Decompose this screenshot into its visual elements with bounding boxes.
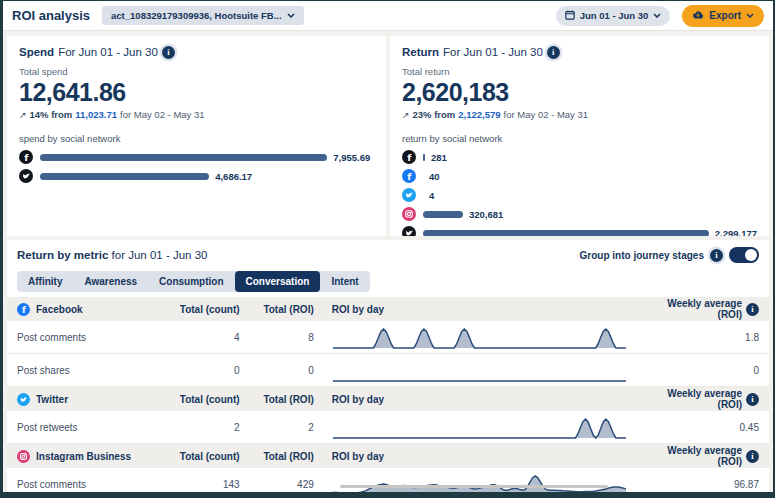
horizontal-scrollbar[interactable] — [340, 485, 608, 488]
spend-trend-period: for May 02 - May 31 — [120, 109, 204, 121]
return-period: For Jun 01 - Jun 30 — [443, 45, 543, 59]
bar-track: 40 — [423, 171, 757, 182]
bar-track: 4,686.17 — [40, 171, 374, 182]
metric-name-cell: Post comments — [17, 332, 173, 343]
metric-name: Post shares — [17, 365, 70, 376]
info-icon[interactable] — [746, 450, 759, 463]
spend-previous-value-link[interactable]: 11,023.71 — [75, 109, 117, 121]
facebook-dark-icon: f — [402, 150, 416, 164]
group-name-instagram: Instagram Business — [36, 451, 131, 462]
metric-count: 4 — [173, 332, 240, 343]
spend-breakdown-label: spend by social network — [19, 133, 374, 144]
spend-bar-twitter — [40, 173, 209, 180]
export-button-label: Export — [709, 10, 741, 21]
total-spend-label: Total spend — [19, 66, 374, 77]
bar-track: 2,299,177 — [423, 228, 757, 237]
column-header-total-roi: Total (ROI) — [240, 451, 314, 462]
return-panel-header: Return For Jun 01 - Jun 30 — [402, 45, 757, 59]
date-range-picker[interactable]: Jun 01 - Jun 30 — [556, 6, 671, 26]
export-button[interactable]: Export — [682, 5, 764, 27]
trend-up-icon — [19, 109, 27, 121]
info-icon[interactable] — [547, 46, 560, 59]
metric-roi: 2 — [240, 422, 314, 433]
metric-roi: 0 — [240, 365, 314, 376]
twitter-icon — [19, 169, 33, 183]
tab-consumption[interactable]: Consumption — [148, 271, 234, 292]
return-bar-row: f 40 — [402, 170, 757, 182]
date-range-label: Jun 01 - Jun 30 — [580, 10, 649, 21]
column-header-total-roi: Total (ROI) — [240, 394, 314, 405]
instagram-icon — [17, 450, 30, 463]
metric-name: Post retweets — [17, 422, 78, 433]
metric-name-cell: Post comments — [17, 479, 173, 490]
return-by-metric-period: for Jun 01 - Jun 30 — [112, 249, 208, 261]
account-selector[interactable]: act_108329179309936, Hootsuite FB... — [102, 6, 304, 25]
group-name-facebook: Facebook — [36, 304, 83, 315]
group-header-facebook: f Facebook Total (count) Total (ROI) ROI… — [7, 297, 769, 321]
return-trend-period: for May 02 - May 31 — [504, 109, 588, 121]
roi-by-day-sparkline — [332, 357, 627, 383]
summary-cards: Spend For Jun 01 - Jun 30 Total spend 12… — [7, 36, 769, 236]
column-header-roi-by-day: ROI by day — [314, 394, 641, 405]
spend-bar-facebook-value: 7,955.69 — [333, 152, 370, 163]
tab-affinity[interactable]: Affinity — [17, 271, 73, 292]
spend-panel-header: Spend For Jun 01 - Jun 30 — [19, 45, 374, 59]
roi-by-day-sparkline — [332, 414, 627, 440]
facebook-icon: f — [17, 303, 30, 316]
metric-name-cell: Post shares — [17, 365, 173, 376]
metric-day-cell — [314, 414, 641, 440]
info-icon[interactable] — [746, 393, 759, 406]
return-breakdown-label: return by social network — [402, 133, 757, 144]
twitter-icon — [17, 393, 30, 406]
journey-stages-label: Group into journey stages — [580, 250, 704, 261]
facebook-icon: f — [19, 150, 33, 164]
tab-conversation[interactable]: Conversation — [235, 271, 321, 292]
return-title: Return — [402, 45, 439, 59]
return-previous-value-link[interactable]: 2,122,579 — [458, 109, 500, 121]
column-header-total-count: Total (count) — [173, 304, 240, 315]
info-icon[interactable] — [710, 249, 723, 262]
metric-weekly-average: 1.8 — [640, 332, 759, 343]
tab-awareness[interactable]: Awareness — [73, 271, 148, 292]
info-icon[interactable] — [162, 46, 175, 59]
chevron-down-icon — [746, 13, 754, 18]
metric-roi: 8 — [240, 332, 314, 343]
twitter-icon — [402, 188, 416, 202]
metric-day-cell — [314, 357, 641, 383]
metric-table: f Facebook Total (count) Total (ROI) ROI… — [7, 297, 769, 492]
column-header-weekly-average: Weekly average (ROI) — [640, 298, 759, 320]
return-by-metric-title-bold: Return by metric — [17, 249, 108, 261]
column-header-roi-by-day: ROI by day — [314, 304, 641, 315]
return-bar-row: 320,681 — [402, 208, 757, 220]
column-header-weekly-average: Weekly average (ROI) — [640, 388, 759, 410]
metric-weekly-average: 0.45 — [640, 422, 759, 433]
cloud-download-icon — [692, 10, 704, 22]
return-bar-row: 2,299,177 — [402, 227, 757, 236]
return-by-metric-panel: Return by metric for Jun 01 - Jun 30 Gro… — [7, 240, 769, 492]
bar-track: 281 — [423, 152, 757, 163]
page-title: ROI analysis — [12, 8, 90, 23]
tab-intent[interactable]: Intent — [320, 271, 369, 292]
weekly-average-label: Weekly average (ROI) — [640, 298, 742, 320]
total-return-label: Total return — [402, 66, 757, 77]
weekly-average-label: Weekly average (ROI) — [640, 388, 742, 410]
return-bar-instagram — [423, 211, 463, 218]
metric-row-post-comments-instagram: Post comments 143 429 96.87 — [7, 468, 769, 492]
calendar-icon — [565, 10, 575, 22]
svg-text:f: f — [22, 305, 26, 315]
journey-stages-toggle[interactable] — [729, 247, 759, 263]
toggle-knob — [745, 249, 757, 261]
group-header-instagram: Instagram Business Total (count) Total (… — [7, 444, 769, 468]
return-by-metric-title: Return by metric for Jun 01 - Jun 30 — [17, 249, 208, 261]
return-bar-twitter-dark — [423, 230, 709, 237]
column-header-weekly-average: Weekly average (ROI) — [640, 445, 759, 467]
spend-bar-row: 4,686.17 — [19, 170, 374, 182]
group-name-cell: Twitter — [17, 393, 173, 406]
spend-bar-twitter-value: 4,686.17 — [215, 171, 252, 182]
column-header-total-count: Total (count) — [173, 451, 240, 462]
info-icon[interactable] — [746, 303, 759, 316]
metric-weekly-average: 0 — [640, 365, 759, 376]
return-bar-row: 4 — [402, 189, 757, 201]
return-bar-twitter-value: 4 — [429, 190, 434, 201]
roi-analysis-app: ROI analysis act_108329179309936, Hootsu… — [3, 1, 773, 492]
